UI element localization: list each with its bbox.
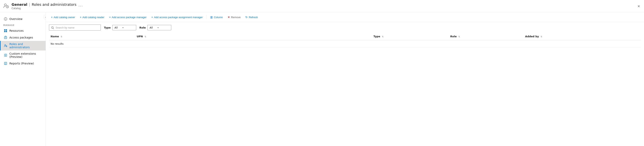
custom-extensions-icon — [4, 53, 7, 57]
filters-row: Type All ▾ Role All ▾ — [46, 22, 644, 33]
manage-section-label: Manage — [0, 22, 46, 27]
header-title: General | Roles and administrators — [12, 3, 76, 7]
plus-icon-assignment-manager: + — [151, 16, 153, 19]
table-container: Name ⇅ UPN ⇅ Type ⇅ — [46, 33, 644, 146]
page-header: General | Roles and administrators Catal… — [0, 0, 644, 12]
column-header-upn[interactable]: UPN ⇅ — [135, 33, 372, 40]
page-title: Roles and administrators — [32, 3, 76, 7]
column-header-role[interactable]: Role ⇅ — [449, 33, 524, 40]
column-upn-label: UPN — [137, 35, 143, 38]
app-container: General | Roles and administrators Catal… — [0, 0, 644, 146]
main-content: « Overview Manage — [0, 12, 644, 146]
reports-icon — [4, 62, 7, 65]
type-filter-group: Type All ▾ — [104, 25, 136, 30]
add-access-package-manager-label: Add access package manager — [112, 16, 146, 19]
role-filter-group: Role All ▾ — [140, 25, 171, 30]
add-access-package-assignment-manager-label: Add access package assignment manager — [154, 16, 203, 19]
catalog-name: General — [12, 3, 27, 7]
sort-icon-name: ⇅ — [61, 36, 62, 38]
title-separator: | — [29, 3, 30, 7]
type-label: Type — [104, 26, 111, 29]
search-icon — [51, 26, 54, 29]
table-body: No results — [49, 40, 641, 48]
plus-icon-catalog-owner: + — [51, 16, 52, 19]
column-header-added-by[interactable]: Added by ⇅ — [524, 33, 641, 40]
column-icon — [210, 16, 213, 19]
add-access-package-assignment-manager-button[interactable]: + Add access package assignment manager — [149, 14, 205, 20]
column-type-label: Type — [374, 35, 380, 38]
column-header-type[interactable]: Type ⇅ — [372, 33, 449, 40]
add-access-package-manager-button[interactable]: + Add access package manager — [107, 14, 148, 20]
resources-icon — [4, 29, 7, 33]
add-catalog-reader-label: Add catalog reader — [82, 16, 104, 19]
remove-label: Remove — [231, 16, 240, 19]
sidebar-item-resources[interactable]: Resources — [0, 27, 46, 34]
sort-icon-role: ⇅ — [458, 36, 460, 38]
sidebar: « Overview Manage — [0, 12, 46, 146]
type-chevron-icon: ▾ — [122, 27, 124, 29]
more-options-button[interactable]: ··· — [78, 4, 83, 8]
sort-icon-upn: ⇅ — [144, 36, 146, 38]
plus-icon-catalog-reader: + — [80, 16, 82, 19]
custom-extensions-label: Custom extensions (Preview) — [9, 52, 42, 58]
remove-icon: ✕ — [228, 16, 230, 19]
roles-icon — [4, 44, 7, 48]
svg-rect-7 — [4, 31, 6, 32]
refresh-label: Refresh — [249, 16, 258, 19]
reports-label: Reports (Preview) — [9, 62, 34, 65]
roles-label: Roles and administrators — [9, 43, 42, 49]
sidebar-item-reports[interactable]: Reports (Preview) — [0, 60, 46, 67]
access-packages-label: Access packages — [9, 36, 33, 39]
sidebar-item-overview[interactable]: Overview — [0, 16, 46, 22]
close-button[interactable]: ✕ — [637, 4, 641, 9]
svg-point-11 — [4, 45, 6, 46]
sort-icon-type: ⇅ — [382, 36, 384, 38]
svg-point-4 — [6, 18, 6, 19]
toolbar-divider-1 — [206, 15, 206, 19]
toolbar: + Add catalog owner + Add catalog reader… — [46, 12, 644, 22]
refresh-button[interactable]: ↻ Refresh — [243, 14, 260, 20]
column-label: Column — [214, 16, 223, 19]
type-select[interactable]: All ▾ — [112, 25, 136, 30]
column-name-label: Name — [50, 35, 59, 38]
header-subtitle: Catalog — [12, 7, 76, 10]
role-chevron-icon: ▾ — [158, 27, 158, 29]
overview-label: Overview — [9, 17, 22, 21]
role-value: All — [150, 26, 153, 29]
search-box[interactable] — [49, 25, 101, 31]
sidebar-item-roles-and-administrators[interactable]: Roles and administrators — [0, 41, 46, 51]
svg-rect-5 — [4, 29, 6, 31]
refresh-icon: ↻ — [245, 16, 248, 19]
resources-label: Resources — [9, 29, 24, 32]
svg-point-0 — [4, 4, 6, 6]
close-icon: ✕ — [638, 5, 640, 8]
table-header: Name ⇅ UPN ⇅ Type ⇅ — [49, 33, 641, 40]
svg-line-24 — [53, 28, 54, 29]
remove-button[interactable]: ✕ Remove — [226, 14, 242, 20]
column-header-name[interactable]: Name ⇅ — [49, 33, 135, 40]
type-value: All — [114, 26, 118, 29]
no-results-row: No results — [49, 40, 641, 48]
role-select[interactable]: All ▾ — [147, 25, 171, 30]
header-title-group: General | Roles and administrators Catal… — [12, 3, 76, 10]
svg-rect-6 — [6, 29, 7, 31]
overview-icon — [4, 17, 7, 21]
data-table: Name ⇅ UPN ⇅ Type ⇅ — [49, 33, 641, 48]
sidebar-item-access-packages[interactable]: Access packages — [0, 34, 46, 41]
add-catalog-owner-label: Add catalog owner — [54, 16, 75, 19]
collapse-icon: « — [45, 16, 46, 18]
svg-rect-8 — [6, 31, 7, 32]
add-catalog-owner-button[interactable]: + Add catalog owner — [49, 14, 77, 20]
column-added-by-label: Added by — [525, 35, 539, 38]
content-panel: + Add catalog owner + Add catalog reader… — [46, 12, 644, 146]
sort-icon-added-by: ⇅ — [541, 36, 542, 38]
column-button[interactable]: Column — [208, 14, 225, 20]
access-packages-icon — [4, 36, 7, 39]
plus-icon-access-package-manager: + — [109, 16, 111, 19]
column-role-label: Role — [450, 35, 456, 38]
catalog-icon — [3, 3, 10, 9]
add-catalog-reader-button[interactable]: + Add catalog reader — [78, 14, 106, 20]
no-results-text: No results — [49, 40, 641, 48]
sidebar-item-custom-extensions[interactable]: Custom extensions (Preview) — [0, 51, 46, 60]
search-input[interactable] — [56, 26, 98, 29]
